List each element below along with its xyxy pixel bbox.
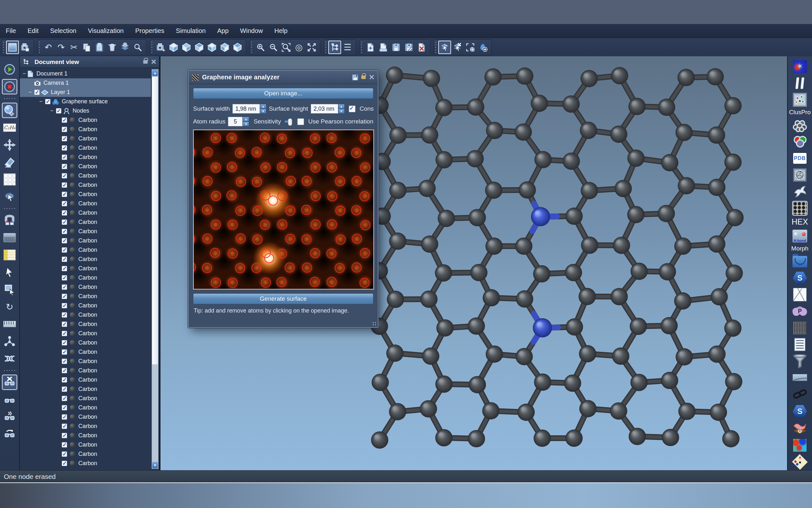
carbon-checkbox[interactable] (62, 275, 67, 281)
tree-row-surface[interactable]: − Graphene surface (20, 97, 151, 106)
generate-surface-button[interactable]: Generate surface (193, 293, 373, 304)
tree-row-camera[interactable]: Camera 1 (20, 78, 151, 88)
copy-icon[interactable] (80, 41, 93, 54)
dialog-titlebar[interactable]: Graphene image analyzer ✕ (189, 71, 378, 84)
lattice-icon[interactable] (2, 172, 17, 187)
unlock-icon[interactable] (143, 60, 148, 64)
carbon-checkbox[interactable] (62, 461, 67, 466)
find-icon[interactable] (131, 41, 144, 54)
polymer-icon[interactable] (793, 288, 807, 302)
s-logo-icon[interactable]: S (793, 271, 807, 285)
tree-row-carbon[interactable]: Carbon (20, 227, 151, 236)
carbon-checkbox[interactable] (62, 405, 67, 411)
carbon-checkbox[interactable] (62, 247, 67, 253)
tree-row-carbon[interactable]: Carbon (20, 459, 151, 468)
nodes-checkbox[interactable] (56, 108, 61, 114)
carbon-checkbox[interactable] (62, 127, 67, 132)
glasses-off-icon[interactable] (2, 375, 17, 390)
save-as-file-icon[interactable] (402, 41, 415, 54)
carbon-checkbox[interactable] (62, 257, 67, 262)
lock-dialog-icon[interactable] (361, 76, 366, 79)
carbon-checkbox[interactable] (62, 340, 67, 345)
scroll-up-button[interactable]: ▲ (152, 70, 158, 76)
collapse-icon[interactable]: − (38, 98, 44, 105)
cube-6-icon[interactable] (231, 41, 244, 54)
tree-row-carbon[interactable]: Carbon (20, 310, 151, 320)
carbon-checkbox[interactable] (62, 229, 67, 234)
menu-item-visualization[interactable]: Visualization (82, 24, 130, 38)
ruler-icon[interactable] (2, 317, 17, 331)
tree-scrollbar[interactable]: ▲ ▼ (151, 69, 158, 469)
periodic-table-icon[interactable] (2, 248, 17, 262)
carbon-checkbox[interactable] (62, 219, 67, 225)
scroll-thumb[interactable] (152, 77, 158, 364)
scroll-down-button[interactable]: ▼ (152, 462, 158, 468)
tree-row-carbon[interactable]: Carbon (20, 412, 151, 422)
tree-row-document[interactable]: − Document 1 (20, 69, 151, 78)
surface-fit-icon[interactable] (793, 421, 807, 436)
tree-row-carbon[interactable]: Carbon (20, 440, 151, 450)
small-molecule-icon[interactable] (793, 93, 807, 107)
collapse-icon[interactable]: − (49, 108, 54, 114)
tree-row-carbon[interactable]: Carbon (20, 199, 151, 208)
camera-plus-icon[interactable]: + (154, 41, 167, 54)
carbon-checkbox[interactable] (62, 358, 67, 364)
morph-folder-icon[interactable] (793, 255, 807, 269)
move-icon[interactable] (2, 137, 17, 152)
open-image-button[interactable]: Open image... (193, 88, 373, 99)
new-document-icon[interactable] (6, 41, 19, 54)
tree-row-carbon[interactable]: Carbon (20, 366, 151, 375)
angle-icon[interactable] (2, 334, 17, 349)
carbon-checkbox[interactable] (62, 294, 67, 299)
tree-row-carbon[interactable]: Carbon (20, 217, 151, 227)
cube-1-icon[interactable] (167, 41, 180, 54)
tree-row-carbon[interactable]: Carbon (20, 180, 151, 190)
zoom-region-icon[interactable] (280, 41, 292, 54)
tree-row-carbon[interactable]: Carbon (20, 273, 151, 283)
tree-row-carbon[interactable]: Carbon (20, 264, 151, 273)
rotate-icon[interactable]: ↻ (2, 299, 17, 314)
carbon-checkbox[interactable] (62, 386, 67, 392)
save-settings-icon[interactable] (352, 75, 358, 80)
new-file-icon[interactable] (364, 41, 377, 54)
thermal-map-icon[interactable] (793, 59, 807, 74)
look-at-icon[interactable]: ◎ (292, 41, 305, 54)
heatmap-icon[interactable] (793, 438, 807, 452)
carbon-checkbox[interactable] (62, 312, 67, 318)
stm-image-preview[interactable] (193, 130, 374, 290)
network-icon[interactable] (793, 168, 807, 182)
surface-tool-icon[interactable] (2, 189, 17, 204)
chain-icon[interactable] (793, 387, 807, 402)
carbon-checkbox[interactable] (62, 164, 67, 169)
close-dialog-icon[interactable]: ✕ (369, 73, 375, 82)
carbon-checkbox[interactable] (62, 155, 67, 160)
carbon-checkbox[interactable] (62, 451, 67, 457)
tree-row-carbon[interactable]: Carbon (20, 190, 151, 199)
h-bond-icon[interactable]: H-bond (793, 229, 807, 243)
carbon-checkbox[interactable] (62, 173, 67, 178)
tree-row-carbon[interactable]: Carbon (20, 301, 151, 310)
carbon-checkbox[interactable] (62, 368, 67, 373)
bird-icon[interactable] (793, 184, 807, 199)
menu-item-app[interactable]: App (211, 24, 234, 38)
tree-row-carbon[interactable]: Carbon (20, 171, 151, 180)
tree-row-carbon[interactable]: Carbon (20, 208, 151, 217)
rect-select-icon[interactable] (2, 282, 17, 297)
three-spheres-icon[interactable] (793, 135, 807, 149)
s-logo-2-icon[interactable]: S (793, 405, 807, 418)
cube-3-icon[interactable] (193, 41, 205, 54)
collapse-icon[interactable]: − (28, 89, 33, 96)
tree-row-carbon[interactable]: Carbon (20, 143, 151, 153)
carbon-checkbox[interactable] (62, 424, 67, 429)
carbon-checkbox[interactable] (62, 145, 67, 151)
undo-icon[interactable]: ↶ (42, 41, 55, 54)
close-file-icon[interactable] (415, 41, 428, 54)
carbon-checkbox[interactable] (62, 266, 67, 271)
p-cloud-icon[interactable]: P (793, 304, 807, 318)
funnel-icon[interactable] (793, 354, 807, 368)
play-icon[interactable] (2, 62, 17, 77)
carbon-checkbox[interactable] (62, 349, 67, 355)
surface-width-spinbox[interactable]: 1,98 nm ▲▼ (232, 104, 266, 114)
tree-row-carbon[interactable]: Carbon (20, 162, 151, 171)
surface-checkbox[interactable] (45, 99, 50, 104)
